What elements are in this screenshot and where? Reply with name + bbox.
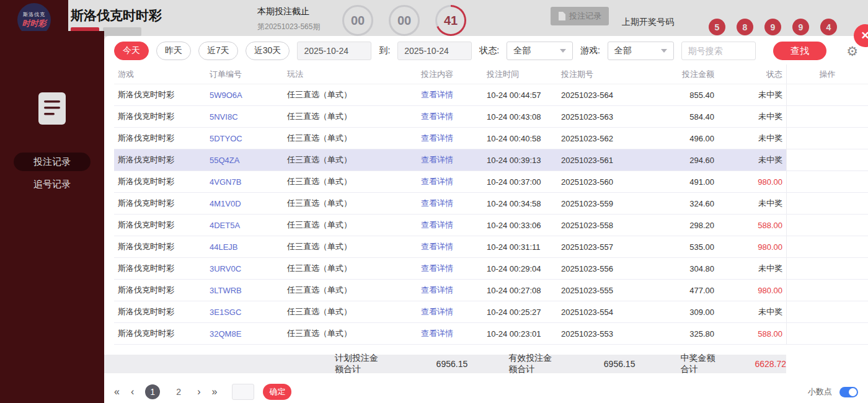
page-2[interactable]: 2 (171, 384, 186, 399)
order-id-link[interactable]: 5W9O6A (210, 84, 287, 105)
cell-bet-time: 10-24 00:43:08 (477, 106, 555, 127)
order-id-link[interactable]: 5NVI8C (210, 106, 287, 127)
cell-period: 20251023-555 (555, 280, 645, 301)
cell-amount: 496.00 (645, 128, 719, 149)
cell-amount: 491.00 (645, 171, 719, 192)
cell-play-type: 任三直选（单式） (287, 171, 397, 192)
view-details-link[interactable]: 查看详情 (397, 258, 477, 279)
game-select-value: 全部 (614, 45, 632, 56)
cell-period: 20251023-564 (555, 84, 645, 105)
quick-filter-3[interactable]: 近30天 (246, 42, 290, 60)
order-id-link[interactable]: 55Q4ZA (210, 149, 287, 170)
view-details-link[interactable]: 查看详情 (397, 323, 477, 344)
table-row[interactable]: 斯洛伐克时时彩 4VGN7B 任三直选（单式） 查看详情 10-24 00:37… (114, 171, 868, 193)
first-page-button[interactable]: « (114, 386, 120, 397)
status-select[interactable]: 全部 (507, 42, 573, 60)
view-details-link[interactable]: 查看详情 (397, 236, 477, 257)
prev-page-button[interactable]: ‹ (131, 386, 134, 397)
cell-amount: 477.00 (645, 280, 719, 301)
last-page-button[interactable]: » (212, 386, 218, 397)
view-details-link[interactable]: 查看详情 (397, 280, 477, 301)
order-id-link[interactable]: 5DTYOC (210, 128, 287, 149)
cell-bet-time: 10-24 00:40:58 (477, 128, 555, 149)
column-header: 订单编号 (210, 64, 287, 84)
order-id-link[interactable]: 3E1SGC (210, 301, 287, 322)
cell-period: 20251023-554 (555, 301, 645, 322)
cell-game: 斯洛伐克时时彩 (114, 128, 210, 149)
order-id-link[interactable]: 4M1V0D (210, 193, 287, 214)
cell-game: 斯洛伐克时时彩 (114, 215, 210, 236)
order-id-link[interactable]: 32QM8E (210, 323, 287, 344)
table-body: 斯洛伐克时时彩 5W9O6A 任三直选（单式） 查看详情 10-24 00:44… (114, 84, 868, 345)
date-to-label: 到: (379, 45, 390, 56)
cell-game: 斯洛伐克时时彩 (114, 84, 210, 105)
date-from-input[interactable] (297, 42, 371, 60)
quick-filter-0[interactable]: 今天 (114, 42, 149, 60)
table-row[interactable]: 斯洛伐克时时彩 4M1V0D 任三直选（单式） 查看详情 10-24 00:34… (114, 193, 868, 215)
table-row[interactable]: 斯洛伐克时时彩 3URV0C 任三直选（单式） 查看详情 10-24 00:29… (114, 258, 868, 280)
table-row[interactable]: 斯洛伐克时时彩 5DTYOC 任三直选（单式） 查看详情 10-24 00:40… (114, 128, 868, 149)
table-row[interactable]: 斯洛伐克时时彩 32QM8E 任三直选（单式） 查看详情 10-24 00:23… (114, 323, 868, 345)
view-details-link[interactable]: 查看详情 (397, 301, 477, 322)
cell-bet-time: 10-24 00:33:06 (477, 215, 555, 236)
cell-period: 20251023-557 (555, 236, 645, 257)
app-window: 斯洛伐克 时时彩 斯洛伐克时时彩 本期投注截止 第20251023-565期 0… (0, 0, 868, 403)
order-id-link[interactable]: 3LTWRB (210, 280, 287, 301)
cell-play-type: 任三直选（单式） (287, 106, 397, 127)
cell-period: 20251023-553 (555, 323, 645, 344)
valid-total-label: 有效投注金额合计 (508, 353, 557, 375)
cell-status: 未中奖 (719, 128, 786, 149)
order-id-link[interactable]: 44LEJB (210, 236, 287, 257)
order-id-link[interactable]: 4DET5A (210, 215, 287, 236)
cell-game: 斯洛伐克时时彩 (114, 301, 210, 322)
cell-amount: 294.60 (645, 149, 719, 170)
cell-bet-time: 10-24 00:25:27 (477, 301, 555, 322)
cell-status: 未中奖 (719, 106, 786, 127)
table-row[interactable]: 斯洛伐克时时彩 5W9O6A 任三直选（单式） 查看详情 10-24 00:44… (114, 84, 868, 106)
view-details-link[interactable]: 查看详情 (397, 128, 477, 149)
search-button[interactable]: 查找 (773, 42, 827, 60)
view-details-link[interactable]: 查看详情 (397, 171, 477, 192)
cell-period: 20251023-561 (555, 149, 645, 170)
quick-filter-1[interactable]: 昨天 (156, 42, 191, 60)
cell-action (786, 149, 868, 170)
page-1[interactable]: 1 (145, 384, 160, 399)
table-row[interactable]: 斯洛伐克时时彩 4DET5A 任三直选（单式） 查看详情 10-24 00:33… (114, 215, 868, 236)
planned-total-label: 计划投注金额合计 (335, 353, 384, 375)
view-details-link[interactable]: 查看详情 (397, 215, 477, 236)
confirm-page-button[interactable]: 确定 (263, 384, 291, 400)
cell-bet-time: 10-24 00:29:04 (477, 258, 555, 279)
cell-game: 斯洛伐克时时彩 (114, 149, 210, 170)
table-row[interactable]: 斯洛伐克时时彩 3E1SGC 任三直选（单式） 查看详情 10-24 00:25… (114, 301, 868, 323)
gear-icon[interactable]: ⚙ (846, 45, 858, 58)
view-details-link[interactable]: 查看详情 (397, 193, 477, 214)
quick-filter-2[interactable]: 近7天 (198, 42, 238, 60)
cell-action (786, 128, 868, 149)
cell-status: 588.00 (719, 323, 786, 344)
table-row[interactable]: 斯洛伐克时时彩 44LEJB 任三直选（单式） 查看详情 10-24 00:31… (114, 236, 868, 258)
cell-bet-time: 10-24 00:27:08 (477, 280, 555, 301)
status-label: 状态: (479, 45, 499, 56)
date-to-input[interactable] (397, 42, 472, 60)
valid-total-value: 6956.15 (604, 359, 636, 369)
view-details-link[interactable]: 查看详情 (397, 149, 477, 170)
game-select[interactable]: 全部 (608, 42, 674, 60)
win-total-value: 6628.72 (755, 359, 786, 369)
table-row[interactable]: 斯洛伐克时时彩 55Q4ZA 任三直选（单式） 查看详情 10-24 00:39… (114, 149, 868, 171)
view-details-link[interactable]: 查看详情 (397, 106, 477, 127)
cell-status: 980.00 (719, 171, 786, 192)
filter-bar: 今天昨天近7天近30天 到: 状态: 全部 游戏: 全部 查找 ⚙ (104, 36, 868, 64)
cell-action (786, 280, 868, 301)
period-search-input[interactable] (681, 42, 756, 60)
order-id-link[interactable]: 4VGN7B (210, 171, 287, 192)
cell-play-type: 任三直选（单式） (287, 215, 397, 236)
column-header: 投注内容 (397, 64, 477, 84)
order-id-link[interactable]: 3URV0C (210, 258, 287, 279)
view-details-link[interactable]: 查看详情 (397, 84, 477, 105)
table-row[interactable]: 斯洛伐克时时彩 5NVI8C 任三直选（单式） 查看详情 10-24 00:43… (114, 106, 868, 128)
page-jump-input[interactable] (232, 384, 254, 400)
next-page-button[interactable]: › (197, 386, 200, 397)
decimal-toggle[interactable] (839, 387, 858, 397)
table-row[interactable]: 斯洛伐克时时彩 3LTWRB 任三直选（单式） 查看详情 10-24 00:27… (114, 280, 868, 301)
cell-action (786, 301, 868, 322)
